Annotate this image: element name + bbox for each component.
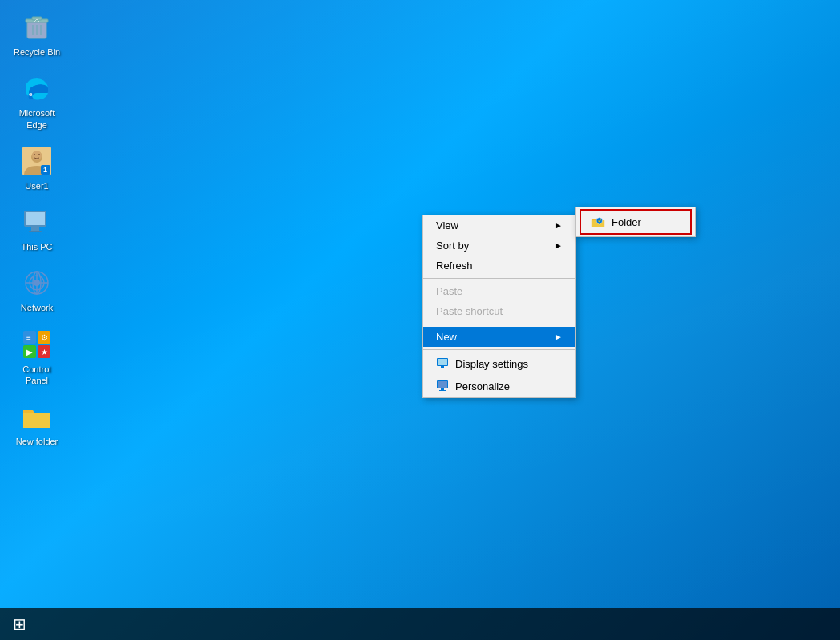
svg-text:▶: ▶ [26, 348, 33, 356]
control-panel-icon: ≡ ⚙ ▶ ★ [21, 328, 53, 360]
display-settings-label: Display settings [455, 358, 528, 370]
desktop-icon-network[interactable]: Network [8, 264, 66, 316]
this-pc-icon [21, 206, 53, 238]
taskbar: ⊞ [0, 608, 840, 640]
edge-label: Microsoft Edge [11, 107, 63, 131]
context-menu-item-sort-by[interactable]: Sort by ► [423, 235, 575, 256]
menu-separator-3 [423, 349, 575, 350]
svg-text:⚙: ⚙ [41, 333, 48, 342]
context-menu-item-paste-shortcut: Paste shortcut [423, 301, 575, 321]
sort-by-label: Sort by [436, 239, 469, 252]
recycle-bin-icon [21, 11, 53, 43]
recycle-bin-label: Recycle Bin [14, 46, 60, 58]
svg-rect-40 [439, 390, 446, 391]
context-menu: View ► Sort by ► Refresh Paste Paste sho… [422, 215, 576, 398]
svg-text:e: e [29, 91, 33, 98]
network-label: Network [21, 302, 53, 313]
context-menu-item-view[interactable]: View ► [423, 215, 575, 235]
user1-label: User1 [25, 180, 48, 191]
view-submenu-arrow: ► [555, 221, 563, 230]
context-menu-item-new[interactable]: New ► [423, 327, 575, 347]
context-menu-item-refresh[interactable]: Refresh [423, 256, 575, 276]
paste-shortcut-label: Paste shortcut [436, 305, 503, 317]
new-folder-label: New folder [16, 436, 59, 447]
svg-rect-18 [29, 231, 42, 232]
personalize-label: Personalize [455, 380, 510, 392]
start-icon: ⊞ [13, 614, 26, 634]
menu-separator-1 [423, 278, 575, 279]
svg-text:★: ★ [41, 348, 48, 356]
svg-text:1: 1 [43, 166, 47, 174]
new-submenu: Folder [575, 207, 696, 237]
folder-shield-icon [591, 215, 605, 229]
personalize-icon [436, 379, 450, 393]
svg-rect-16 [26, 212, 45, 225]
desktop-icon-user1[interactable]: 1 User1 [8, 142, 66, 195]
svg-point-12 [38, 154, 40, 155]
svg-rect-38 [438, 381, 447, 388]
start-button[interactable]: ⊞ [0, 608, 38, 640]
control-panel-label: Control Panel [11, 364, 63, 387]
new-label: New [436, 331, 457, 343]
svg-rect-17 [31, 227, 39, 231]
new-submenu-arrow: ► [555, 332, 563, 341]
folder-label: Folder [612, 216, 641, 228]
new-folder-icon [21, 401, 53, 433]
desktop-icon-edge[interactable]: e Microsoft Edge [8, 69, 66, 134]
svg-text:≡: ≡ [26, 333, 31, 342]
desktop-icon-control-panel[interactable]: ≡ ⚙ ▶ ★ Control Panel [8, 325, 66, 390]
context-menu-item-paste: Paste [423, 281, 575, 301]
menu-separator-2 [423, 324, 575, 324]
edge-icon: e [21, 72, 53, 104]
context-menu-item-personalize[interactable]: Personalize [423, 375, 575, 397]
svg-rect-39 [441, 388, 444, 390]
svg-rect-36 [439, 368, 446, 368]
svg-rect-34 [438, 359, 447, 365]
user1-icon: 1 [21, 145, 53, 177]
this-pc-label: This PC [21, 241, 52, 252]
sort-by-submenu-arrow: ► [555, 241, 563, 250]
network-icon [21, 267, 53, 299]
context-menu-item-display-settings[interactable]: Display settings [423, 352, 575, 375]
desktop-icons: Recycle Bin e Microsoft Edge [8, 8, 66, 451]
svg-point-11 [34, 154, 35, 155]
desktop-icon-recycle-bin[interactable]: Recycle Bin [8, 8, 66, 61]
desktop-icon-new-folder[interactable]: New folder [8, 397, 66, 450]
paste-label: Paste [436, 285, 462, 297]
display-settings-icon [436, 356, 450, 371]
view-label: View [436, 219, 458, 231]
desktop-icon-this-pc[interactable]: This PC [8, 203, 66, 256]
svg-rect-35 [441, 366, 444, 368]
refresh-label: Refresh [436, 260, 473, 272]
submenu-item-folder[interactable]: Folder [580, 209, 692, 235]
